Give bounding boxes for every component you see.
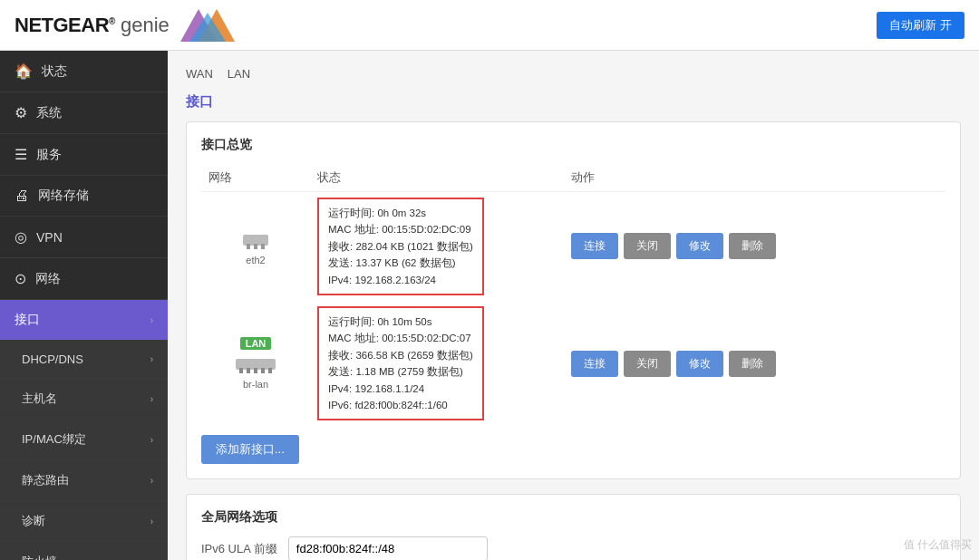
lan-badge: LAN [240,337,272,350]
brlan-status-line-2: 接收: 366.58 KB (2659 数据包) [328,347,473,363]
sidebar-label-static-route: 静态路由 [22,472,69,488]
sidebar-item-dhcp[interactable]: DHCP/DNS › [0,341,168,379]
header: NETGEAR® genie 自动刷新 开 [0,0,979,51]
brlan-edit-button[interactable]: 修改 [676,351,723,377]
sidebar-label-interface: 接口 [15,312,40,328]
global-options-title: 全局网络选项 [201,509,945,526]
brlan-status-line-3: 发送: 1.18 MB (2759 数据包) [328,363,473,380]
chevron-right-icon: › [150,476,153,486]
netgear-brand: NETGEAR® [15,14,115,37]
eth2-icon-area: eth2 [208,227,303,266]
eth2-status-line-2: 接收: 282.04 KB (1021 数据包) [328,238,473,255]
sidebar-label-ipmac: IP/MAC绑定 [22,431,86,448]
table-row: LAN br-lan [201,301,945,426]
eth2-edit-button[interactable]: 修改 [676,233,723,259]
main-content: WAN LAN 接口 接口总览 网络 状态 动作 [168,51,979,560]
col-status: 状态 [310,164,564,192]
sidebar-item-ipmac[interactable]: IP/MAC绑定 › [0,420,168,460]
layout: 🏠 状态 ⚙ 系统 ☰ 服务 🖨 网络存储 ◎ VPN ⊙ 网络 接口 [0,51,979,560]
brlan-close-button[interactable]: 关闭 [624,351,671,377]
brlan-label: br-lan [208,379,303,390]
tab-bar: WAN LAN [186,65,961,82]
eth2-connect-button[interactable]: 连接 [571,233,618,259]
brlan-status-line-4: IPv4: 192.168.1.1/24 [328,381,473,397]
chevron-right-icon: › [150,517,153,526]
chevron-right-icon: › [150,354,153,364]
eth2-status-line-0: 运行时间: 0h 0m 32s [328,205,473,221]
svg-rect-8 [239,368,243,373]
eth2-delete-button[interactable]: 删除 [729,233,776,259]
ipv6-ula-label: IPv6 ULA 前缀 [201,541,277,557]
sidebar-item-network[interactable]: ⊙ 网络 [0,258,168,300]
svg-rect-12 [268,368,272,373]
svg-rect-6 [261,244,265,249]
eth2-status-line-1: MAC 地址: 00:15:5D:02:DC:09 [328,221,473,237]
chevron-right-icon: › [150,557,153,561]
svg-rect-11 [261,368,265,373]
brlan-status-line-5: IPv6: fd28:f00b:824f::1/60 [328,397,473,413]
eth2-status-box: 运行时间: 0h 0m 32s MAC 地址: 00:15:5D:02:DC:0… [317,198,484,295]
brlan-status-box: 运行时间: 0h 10m 50s MAC 地址: 00:15:5D:02:DC:… [317,306,484,420]
svg-rect-10 [254,368,257,373]
eth2-close-button[interactable]: 关闭 [624,233,671,259]
brlan-status-line-1: MAC 地址: 00:15:5D:02:DC:07 [328,330,473,346]
sidebar-label-status: 状态 [42,63,67,80]
sidebar-item-hostname[interactable]: 主机名 › [0,379,168,420]
ipv6-ula-row: IPv6 ULA 前缀 [201,536,945,560]
global-options-card: 全局网络选项 IPv6 ULA 前缀 [186,494,961,560]
chevron-right-icon: › [150,315,153,325]
sidebar-item-firewall[interactable]: 防火墙 › [0,542,168,560]
eth2-label: eth2 [208,255,303,266]
tab-wan[interactable]: WAN [186,65,213,82]
brlan-status-line-0: 运行时间: 0h 10m 50s [328,314,473,330]
svg-rect-4 [247,244,250,249]
sidebar-item-services[interactable]: ☰ 服务 [0,134,168,176]
eth2-status-line-4: IPv4: 192.168.2.163/24 [328,272,473,288]
sidebar-item-storage[interactable]: 🖨 网络存储 [0,176,168,217]
eth2-status-line-3: 发送: 13.37 KB (62 数据包) [328,255,473,271]
sidebar-label-hostname: 主机名 [22,391,57,407]
printer-icon: 🖨 [15,188,29,204]
brlan-adapter-icon [234,352,277,377]
eth2-actions: 连接 关闭 修改 删除 [571,233,938,259]
vpn-icon: ◎ [15,228,27,246]
chevron-right-icon: › [150,435,153,445]
auto-refresh-button[interactable]: 自动刷新 开 [877,12,964,39]
tab-lan[interactable]: LAN [228,65,250,82]
sidebar-label-services: 服务 [36,147,62,163]
interface-overview-title: 接口总览 [201,137,945,153]
ipv6-ula-input[interactable] [288,536,488,560]
svg-rect-9 [247,368,250,373]
col-network: 网络 [201,164,310,192]
home-icon: 🏠 [15,63,33,80]
interface-table: 网络 状态 动作 [201,164,945,426]
menu-icon: ☰ [15,146,27,163]
gear-icon: ⚙ [15,104,27,121]
sidebar-label-network: 网络 [35,271,61,287]
watermark: 值 什么值得买 [904,537,972,553]
sidebar-item-diag[interactable]: 诊断 › [0,501,168,542]
sidebar-label-storage: 网络存储 [38,188,89,204]
sidebar-item-interface[interactable]: 接口 › [0,300,168,341]
section-title: 接口 [186,93,961,111]
sidebar-item-status[interactable]: 🏠 状态 [0,51,168,92]
brlan-connect-button[interactable]: 连接 [571,351,618,377]
logo-area: NETGEAR® genie [15,9,235,42]
table-row: eth2 运行时间: 0h 0m 32s MAC 地址: 00:15:5D:02… [201,192,945,301]
network-adapter-icon [239,227,272,253]
chevron-right-icon: › [150,394,153,404]
add-interface-button[interactable]: 添加新接口... [201,435,299,464]
logo-triangles-icon [180,9,235,42]
sidebar: 🏠 状态 ⚙ 系统 ☰ 服务 🖨 网络存储 ◎ VPN ⊙ 网络 接口 [0,51,168,560]
sidebar-label-system: 系统 [36,105,62,121]
sidebar-item-vpn[interactable]: ◎ VPN [0,217,168,258]
brlan-icon-area: LAN br-lan [208,337,303,390]
sidebar-item-system[interactable]: ⚙ 系统 [0,92,168,134]
brlan-delete-button[interactable]: 删除 [729,351,776,377]
sidebar-label-diag: 诊断 [22,513,45,529]
sidebar-item-static-route[interactable]: 静态路由 › [0,460,168,501]
brlan-actions: 连接 关闭 修改 删除 [571,351,938,377]
sidebar-label-firewall: 防火墙 [22,554,57,560]
network-icon: ⊙ [15,270,26,287]
interface-overview-card: 接口总览 网络 状态 动作 [186,121,961,479]
